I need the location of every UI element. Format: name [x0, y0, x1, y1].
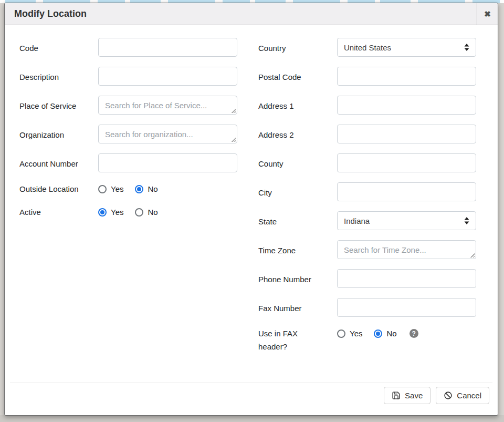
select-updown-icon	[463, 217, 470, 225]
use-in-fax-header-yes-radio[interactable]: Yes	[337, 329, 362, 338]
phone-number-label: Phone Number	[258, 269, 337, 288]
phone-number-field-row: Phone Number	[258, 269, 476, 288]
form-left-column: Code Description Place of Service Organi…	[19, 38, 237, 363]
radio-icon	[98, 185, 107, 193]
organization-search-input[interactable]	[98, 125, 237, 143]
county-field-row: County	[258, 153, 476, 172]
postal-code-label: Postal Code	[258, 67, 337, 86]
use-in-fax-header-radio-group: Yes No ?	[337, 327, 476, 340]
active-no-radio[interactable]: No	[135, 208, 158, 217]
cancel-button-label: Cancel	[457, 391, 481, 400]
cancel-button[interactable]: Cancel	[436, 387, 489, 404]
state-field-row: State Indiana	[258, 211, 476, 230]
state-label: State	[258, 211, 337, 230]
county-input[interactable]	[337, 153, 476, 172]
account-number-field-row: Account Number	[19, 153, 237, 172]
outside-location-no-radio[interactable]: No	[135, 184, 158, 193]
country-label: Country	[258, 38, 337, 57]
radio-label: Yes	[111, 184, 123, 193]
time-zone-search-input[interactable]	[337, 240, 476, 259]
select-updown-icon	[463, 43, 470, 52]
radio-icon	[374, 330, 382, 338]
time-zone-label: Time Zone	[258, 240, 337, 259]
address2-label: Address 2	[258, 125, 337, 143]
radio-icon	[135, 208, 143, 217]
description-label: Description	[19, 67, 98, 86]
country-select[interactable]: United States	[337, 38, 476, 57]
city-label: City	[258, 182, 337, 201]
close-button[interactable]: ✖	[477, 3, 498, 25]
close-icon: ✖	[484, 9, 491, 19]
fax-number-label: Fax Number	[258, 298, 337, 317]
save-icon	[392, 391, 401, 400]
place-of-service-field-row: Place of Service	[19, 96, 237, 115]
state-select-value: Indiana	[344, 217, 370, 225]
city-field-row: City	[258, 182, 476, 201]
postal-code-field-row: Postal Code	[258, 67, 476, 86]
active-field-row: Active Yes No	[19, 205, 237, 219]
outside-location-field-row: Outside Location Yes No	[19, 182, 237, 195]
background-page-bottom-strip	[0, 415, 504, 422]
place-of-service-label: Place of Service	[19, 96, 98, 115]
account-number-label: Account Number	[19, 153, 98, 172]
description-field-row: Description	[19, 67, 237, 86]
outside-location-label: Outside Location	[19, 182, 98, 195]
place-of-service-search-input[interactable]	[98, 96, 237, 115]
ban-icon	[444, 391, 453, 400]
organization-field-row: Organization	[19, 125, 237, 143]
dialog-header: Modify Location ✖	[5, 3, 498, 25]
address1-field-row: Address 1	[258, 96, 476, 115]
outside-location-yes-radio[interactable]: Yes	[98, 184, 123, 193]
form-right-column: Country United States Postal Code	[258, 38, 476, 363]
description-input[interactable]	[98, 67, 237, 86]
code-input[interactable]	[98, 38, 237, 57]
radio-label: Yes	[350, 329, 362, 338]
country-select-value: United States	[344, 43, 391, 52]
radio-label: Yes	[111, 208, 123, 217]
outside-location-radio-group: Yes No	[98, 182, 237, 195]
save-button-label: Save	[405, 391, 423, 400]
active-label: Active	[19, 205, 98, 219]
state-select[interactable]: Indiana	[337, 211, 476, 230]
radio-label: No	[386, 329, 396, 338]
active-radio-group: Yes No	[98, 205, 237, 219]
dialog-footer: Save Cancel	[10, 383, 492, 415]
radio-label: No	[148, 184, 158, 193]
use-in-fax-header-no-radio[interactable]: No	[374, 329, 396, 338]
radio-icon	[135, 185, 143, 193]
postal-code-input[interactable]	[337, 67, 476, 86]
code-field-row: Code	[19, 38, 237, 57]
active-yes-radio[interactable]: Yes	[98, 208, 123, 217]
radio-label: No	[148, 208, 158, 217]
address2-field-row: Address 2	[258, 125, 476, 143]
county-label: County	[258, 153, 337, 172]
dialog-body: Code Description Place of Service Organi…	[5, 25, 498, 415]
radio-icon	[337, 330, 345, 338]
fax-number-input[interactable]	[337, 298, 476, 317]
fax-number-field-row: Fax Number	[258, 298, 476, 317]
address1-input[interactable]	[337, 96, 476, 115]
use-in-fax-header-field-row: Use in FAX header? Yes No ?	[258, 327, 476, 353]
organization-label: Organization	[19, 125, 98, 143]
help-icon[interactable]: ?	[410, 329, 418, 338]
use-in-fax-header-label: Use in FAX header?	[258, 327, 337, 353]
city-input[interactable]	[337, 182, 476, 201]
code-label: Code	[19, 38, 98, 57]
radio-icon	[98, 208, 107, 217]
phone-number-input[interactable]	[337, 269, 476, 288]
address2-input[interactable]	[337, 125, 476, 143]
time-zone-field-row: Time Zone	[258, 240, 476, 259]
modify-location-dialog: Modify Location ✖ Code Description Place…	[4, 3, 498, 416]
country-field-row: Country United States	[258, 38, 476, 57]
save-button[interactable]: Save	[384, 387, 430, 404]
dialog-title: Modify Location	[5, 3, 477, 25]
account-number-input[interactable]	[98, 153, 237, 172]
address1-label: Address 1	[258, 96, 337, 115]
